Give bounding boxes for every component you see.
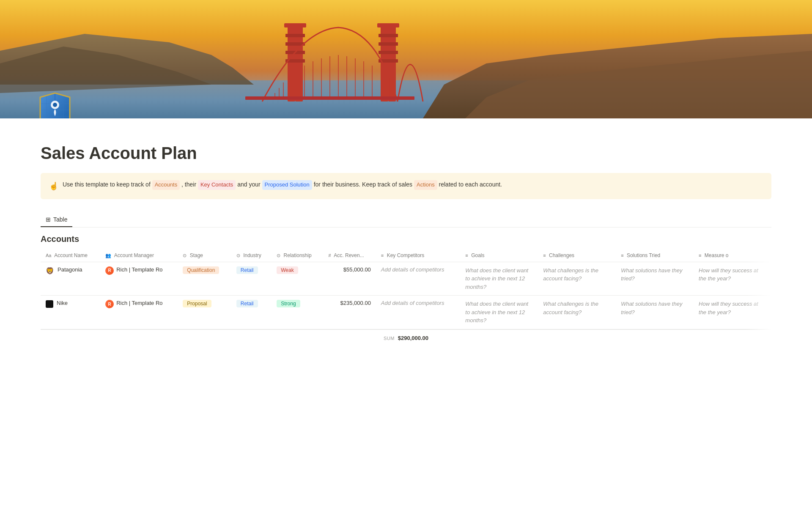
tab-table[interactable]: ⊞ Table [41,213,72,227]
callout-text-5: related to each account. [439,181,502,188]
avatar-1: R [105,300,114,308]
col-revenue[interactable]: # Acc. Reven... [324,249,376,262]
stage-badge-0: Qualification [183,266,219,274]
table-wrapper: Aa Account Name 👥 Account Manager ⊙ Stag… [41,249,771,346]
goals-text-0: What does the client want to achieve in … [465,267,528,290]
col-icon-solutions: ≡ [621,253,623,258]
account-name-text-1: Nike [57,300,68,306]
callout-text: Use this template to keep track of Accou… [63,180,763,190]
col-stage[interactable]: ⊙ Stage [178,249,231,262]
callout-text-before: Use this template to keep track of [63,181,151,188]
callout-text-3: and your [237,181,260,188]
revenue-value-0: $55,000.00 [343,266,371,273]
manager-name-0: Rich | Template Ro [116,266,162,273]
table-icon: ⊞ [46,216,51,223]
cell-revenue-1: $235,000.00 [324,296,376,329]
svg-rect-8 [285,34,305,37]
cell-competitors-1[interactable]: Add details of competitors [376,296,461,329]
col-relationship[interactable]: ⊙ Relationship [272,249,323,262]
svg-rect-17 [379,51,398,54]
table-section: ⊞ Table Accounts Aa Account Name 👥 A [41,213,771,346]
col-icon-aa: Aa [46,253,51,258]
cell-relationship-1: Strong [272,296,323,329]
col-icon-measure: ≡ [699,253,701,258]
cell-measure-1[interactable]: How will they success at the the year? [694,296,771,329]
cell-goals-0[interactable]: What does the client want to achieve in … [460,262,538,296]
callout-tag-accounts: Accounts [152,180,180,190]
manager-name-1: Rich | Template Ro [116,300,162,306]
col-icon-challenges: ≡ [543,253,546,258]
svg-rect-45 [46,300,53,308]
account-emoji-0: 🦁 [46,267,54,275]
col-goals[interactable]: ≡ Goals [460,249,538,262]
accounts-table: Aa Account Name 👥 Account Manager ⊙ Stag… [41,249,771,329]
page-icon [34,89,76,118]
col-measure[interactable]: ≡ Measure o [694,249,771,262]
callout-tag-solution: Proposed Solution [262,180,312,190]
col-challenges[interactable]: ≡ Challenges [538,249,616,262]
page-content: Sales Account Plan ☝️ Use this template … [0,118,812,346]
svg-rect-16 [379,42,398,46]
col-competitors[interactable]: ≡ Key Competitors [376,249,461,262]
col-solutions[interactable]: ≡ Solutions Tried [616,249,694,262]
svg-rect-15 [379,34,398,37]
table-row[interactable]: 🦁 Patagonia R Rich | Template Ro Qualifi… [41,262,771,296]
account-name-text-0: Patagonia [58,266,82,273]
cell-stage-0: Qualification [178,262,231,296]
cell-competitors-0[interactable]: Add details of competitors [376,262,461,296]
col-icon-revenue: # [329,253,331,258]
challenges-text-1: What challenges is the account facing? [543,301,598,315]
cell-manager-0: R Rich | Template Ro [100,262,178,296]
svg-rect-19 [377,23,399,27]
competitors-text-0: Add details of competitors [381,266,444,273]
hero-banner [0,0,812,118]
col-account-manager[interactable]: 👥 Account Manager [100,249,178,262]
page-title: Sales Account Plan [41,144,771,163]
account-emoji-1 [46,300,53,310]
table-header-row: Aa Account Name 👥 Account Manager ⊙ Stag… [41,249,771,262]
cell-challenges-1[interactable]: What challenges is the account facing? [538,296,616,329]
callout-tag-actions: Actions [414,180,437,190]
col-account-name[interactable]: Aa Account Name [41,249,100,262]
callout-text-2: , their [181,181,196,188]
cell-industry-1: Retail [231,296,272,329]
callout-text-4: for their business. Keep track of sales [314,181,412,188]
competitors-text-1: Add details of competitors [381,300,444,306]
industry-badge-1: Retail [236,300,258,307]
cell-revenue-0: $55,000.00 [324,262,376,296]
avatar-0: R [105,266,114,275]
col-icon-manager: 👥 [105,253,111,258]
industry-badge-0: Retail [236,266,258,274]
cell-relationship-0: Weak [272,262,323,296]
col-icon-industry: ⊙ [236,253,240,258]
sum-value: $290,000.00 [398,335,428,341]
cell-manager-1: R Rich | Template Ro [100,296,178,329]
cell-account-name-0[interactable]: 🦁 Patagonia [41,262,100,296]
cell-industry-0: Retail [231,262,272,296]
solutions-text-1: What solutions have they tried? [621,301,682,315]
col-icon-goals: ≡ [465,253,468,258]
tab-table-label: Table [53,216,67,223]
measure-text-0: How will they success at the the year? [699,267,758,282]
relationship-badge-1: Strong [277,300,300,307]
callout-icon: ☝️ [49,180,58,192]
goals-text-1: What does the client want to achieve in … [465,301,528,323]
cell-goals-1[interactable]: What does the client want to achieve in … [460,296,538,329]
sum-label: SUM [384,336,395,341]
callout-box: ☝️ Use this template to keep track of Ac… [41,173,771,199]
cell-stage-1: Proposal [178,296,231,329]
table-row[interactable]: Nike R Rich | Template Ro Proposal Retai… [41,296,771,329]
cell-solutions-0[interactable]: What solutions have they tried? [616,262,694,296]
cell-challenges-0[interactable]: What challenges is the account facing? [538,262,616,296]
solutions-text-0: What solutions have they tried? [621,267,682,282]
table-nav: ⊞ Table [41,213,771,227]
cell-account-name-1[interactable]: Nike [41,296,100,329]
callout-tag-contacts: Key Contacts [198,180,236,190]
relationship-badge-0: Weak [277,266,298,274]
sum-row: SUM $290,000.00 [41,329,771,346]
col-industry[interactable]: ⊙ Industry [231,249,272,262]
cell-measure-0[interactable]: How will they success at the the year? [694,262,771,296]
challenges-text-0: What challenges is the account facing? [543,267,598,282]
cell-solutions-1[interactable]: What solutions have they tried? [616,296,694,329]
col-icon-competitors: ≡ [381,253,384,258]
